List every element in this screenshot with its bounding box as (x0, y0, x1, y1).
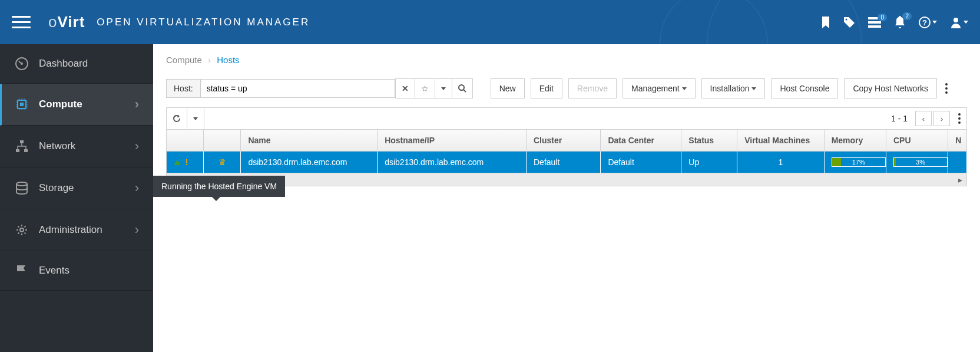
user-dropdown[interactable] (950, 17, 968, 28)
sidebar-item-compute[interactable]: Compute (0, 84, 153, 126)
search-history-dropdown[interactable] (435, 78, 452, 98)
alerts-icon[interactable]: 2 (894, 16, 906, 29)
table-kebab-menu[interactable] (955, 108, 964, 129)
dashboard-icon (14, 57, 29, 70)
svg-rect-10 (20, 103, 24, 106)
col-cluster[interactable]: Cluster (527, 130, 601, 152)
table-row[interactable]: ! ♛ dsib2130.drm.lab.emc.com dsib2130.dr… (167, 152, 967, 173)
cell-cpu: 3% (886, 152, 948, 173)
sidebar-item-label: Dashboard (39, 58, 88, 70)
chevron-right-icon (135, 222, 139, 238)
sidebar-item-label: Administration (39, 224, 102, 236)
header: oVirt OPEN VIRTUALIZATION MANAGER 0 2 ? (0, 0, 980, 44)
menu-toggle-button[interactable] (12, 12, 31, 32)
col-he-icon[interactable] (204, 130, 241, 152)
warning-icon: ! (183, 157, 188, 167)
sidebar-item-label: Events (39, 265, 69, 277)
cell-memory: 17% (824, 152, 886, 173)
breadcrumb-root: Compute (166, 55, 202, 65)
tasks-badge: 0 (878, 14, 887, 21)
sidebar-item-network[interactable]: Network (0, 126, 153, 167)
remove-button[interactable]: Remove (568, 78, 617, 98)
table-header-row: Name Hostname/IP Cluster Data Center Sta… (167, 130, 967, 152)
tag-icon[interactable] (843, 17, 855, 28)
svg-point-15 (20, 228, 24, 232)
sidebar-item-label: Storage (39, 182, 74, 194)
refresh-button[interactable] (167, 108, 187, 129)
hosted-engine-icon: ♛ (218, 157, 226, 167)
svg-rect-3 (868, 25, 881, 28)
cell-vms: 1 (737, 152, 824, 173)
sidebar-item-label: Network (39, 140, 75, 152)
col-status[interactable]: Status (681, 130, 737, 152)
bookmark-search-button[interactable]: ☆ (415, 78, 435, 98)
chevron-right-icon (135, 180, 139, 196)
svg-rect-12 (16, 149, 19, 152)
svg-text:?: ? (922, 18, 927, 27)
horizontal-scrollbar[interactable]: ◂ ▸ (166, 173, 967, 186)
cell-status: Up (681, 152, 737, 173)
chevron-right-icon (135, 139, 139, 154)
edit-button[interactable]: Edit (531, 78, 562, 98)
svg-point-16 (459, 85, 464, 90)
svg-rect-13 (24, 149, 28, 152)
copy-networks-button[interactable]: Copy Host Networks (844, 78, 937, 98)
network-icon (14, 140, 29, 153)
next-page-button[interactable]: › (933, 111, 950, 126)
sidebar: Dashboard Compute Network Storage (0, 44, 153, 352)
sidebar-item-dashboard[interactable]: Dashboard (0, 44, 153, 84)
storage-icon (14, 182, 29, 195)
flag-icon (14, 264, 29, 277)
gear-icon (14, 223, 29, 236)
refresh-interval-dropdown[interactable] (187, 108, 204, 129)
sidebar-item-label: Compute (39, 98, 82, 110)
search-button[interactable] (452, 78, 473, 98)
svg-rect-11 (20, 140, 24, 143)
cell-cluster: Default (527, 152, 601, 173)
svg-point-6 (953, 18, 958, 22)
prev-page-button[interactable]: ‹ (915, 111, 932, 126)
tooltip: Running the Hosted Engine VM (153, 176, 285, 197)
tasks-icon[interactable]: 0 (868, 17, 881, 28)
sidebar-item-storage[interactable]: Storage (0, 167, 153, 209)
breadcrumb-current[interactable]: Hosts (217, 55, 239, 65)
search-input[interactable] (201, 79, 395, 98)
svg-point-8 (21, 62, 23, 65)
col-truncated[interactable]: N (948, 130, 967, 152)
compute-icon (14, 98, 29, 111)
alerts-badge: 2 (902, 12, 912, 20)
cell-datacenter: Default (601, 152, 681, 173)
search-label: Host: (166, 79, 201, 98)
table-controls: 1 - 1 ‹ › (166, 107, 967, 129)
svg-rect-2 (868, 21, 881, 24)
page-info: 1 - 1 (885, 114, 913, 123)
hosts-table: Name Hostname/IP Cluster Data Center Sta… (166, 129, 967, 173)
col-hostname[interactable]: Hostname/IP (378, 130, 527, 152)
col-status-icons[interactable] (167, 130, 204, 152)
logo: oVirt (48, 13, 85, 31)
col-cpu[interactable]: CPU (886, 130, 948, 152)
col-datacenter[interactable]: Data Center (601, 130, 681, 152)
status-up-icon (174, 160, 181, 165)
chevron-right-icon (135, 97, 139, 112)
col-name[interactable]: Name (241, 130, 378, 152)
help-dropdown[interactable]: ? (919, 17, 937, 28)
sidebar-item-administration[interactable]: Administration (0, 209, 153, 251)
cell-hostname: dsib2130.drm.lab.emc.com (378, 152, 527, 173)
app-title: OPEN VIRTUALIZATION MANAGER (97, 17, 310, 28)
sidebar-item-events[interactable]: Events (0, 251, 153, 291)
svg-point-14 (16, 182, 27, 186)
clear-search-button[interactable]: ✕ (395, 78, 415, 98)
new-button[interactable]: New (491, 78, 525, 98)
svg-point-0 (846, 18, 847, 20)
col-memory[interactable]: Memory (824, 130, 886, 152)
col-vms[interactable]: Virtual Machines (737, 130, 824, 152)
cell-name: dsib2130.drm.lab.emc.com (241, 152, 378, 173)
toolbar-kebab-menu[interactable] (942, 78, 951, 99)
main-content: Compute › Hosts Host: ✕ ☆ New Edit Remov… (153, 44, 980, 352)
bookmark-icon[interactable] (821, 17, 830, 28)
